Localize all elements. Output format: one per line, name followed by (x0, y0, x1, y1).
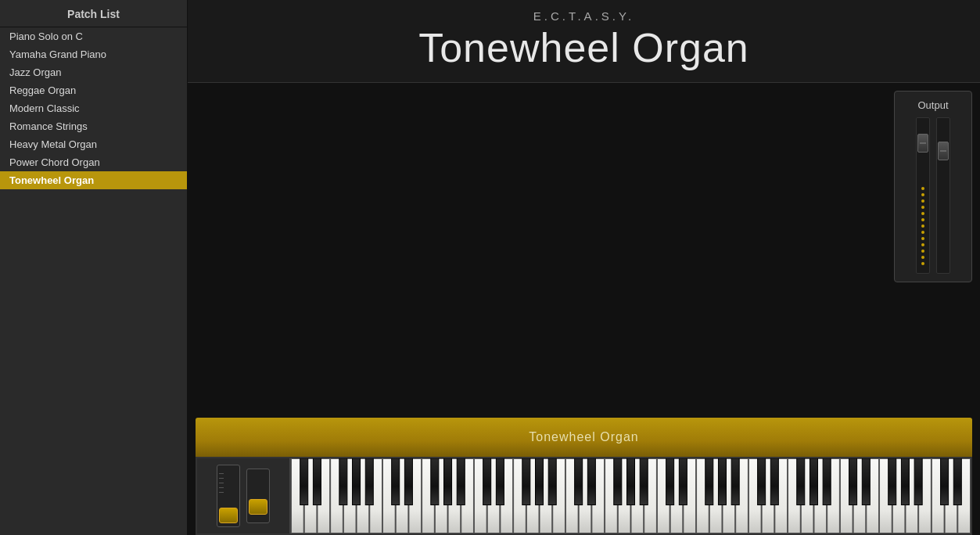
content-area: Output (188, 83, 980, 535)
piano-keyboard (196, 457, 972, 535)
meter-track-right[interactable] (936, 117, 950, 274)
patch-item-0[interactable]: Piano Solo on C (0, 27, 187, 45)
sidebar: Patch List Piano Solo on CYamaha Grand P… (0, 0, 188, 535)
app-title: E.C.T.A.S.Y. (203, 9, 964, 23)
keyboard-controls (197, 458, 291, 533)
pitch-lever-handle[interactable] (219, 508, 238, 523)
meter-track-left[interactable] (916, 117, 930, 274)
header: E.C.T.A.S.Y. Tonewheel Organ (188, 0, 980, 83)
piano-canvas[interactable] (291, 458, 971, 533)
output-label: Output (901, 99, 965, 111)
patch-list: Piano Solo on CYamaha Grand PianoJazz Or… (0, 27, 187, 189)
mod-lever-handle[interactable] (249, 499, 267, 515)
output-meters (901, 117, 965, 274)
meter-right (936, 117, 950, 274)
main-area: E.C.T.A.S.Y. Tonewheel Organ Output (188, 0, 980, 535)
meter-left (916, 117, 930, 274)
meter-slider-left[interactable] (917, 134, 928, 153)
pitch-lever-marks (219, 473, 224, 493)
instrument-bar-label: Tonewheel Organ (529, 430, 638, 444)
patch-list-title: Patch List (0, 0, 187, 27)
piano-wrapper (291, 458, 971, 533)
patch-item-4[interactable]: Modern Classic (0, 99, 187, 117)
patch-item-3[interactable]: Reggae Organ (0, 81, 187, 99)
patch-title: Tonewheel Organ (203, 24, 964, 71)
instrument-bar: Tonewheel Organ (196, 418, 972, 457)
keyboard-area: Tonewheel Organ (188, 418, 980, 535)
pitch-lever[interactable] (217, 465, 240, 527)
patch-item-2[interactable]: Jazz Organ (0, 63, 187, 81)
meter-slider-right[interactable] (938, 142, 949, 160)
meter-dots-left (921, 187, 924, 265)
output-panel: Output (894, 91, 972, 282)
patch-item-7[interactable]: Power Chord Organ (0, 153, 187, 171)
patch-item-8[interactable]: Tonewheel Organ (0, 171, 187, 189)
mod-lever[interactable] (246, 469, 270, 523)
patch-item-1[interactable]: Yamaha Grand Piano (0, 45, 187, 63)
patch-item-5[interactable]: Romance Strings (0, 117, 187, 135)
patch-item-6[interactable]: Heavy Metal Organ (0, 135, 187, 153)
